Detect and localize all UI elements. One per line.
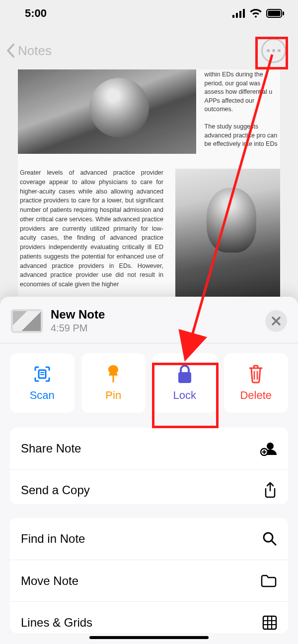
trash-icon xyxy=(247,364,264,384)
quick-actions-row: Scan Pin Lock Delete xyxy=(0,343,298,425)
chevron-left-icon xyxy=(6,43,16,58)
lock-icon xyxy=(176,364,193,384)
svg-rect-5 xyxy=(268,11,281,16)
search-icon xyxy=(262,531,277,546)
lines-grids-item[interactable]: Lines & Grids xyxy=(10,601,288,633)
svg-rect-1 xyxy=(236,13,238,18)
svg-rect-0 xyxy=(232,15,234,18)
send-copy-item[interactable]: Send a Copy xyxy=(10,469,288,504)
scanned-text-bottom-left: Greater levels of advanced practice prov… xyxy=(18,166,167,289)
find-in-note-item[interactable]: Find in Note xyxy=(10,518,288,560)
scan-button[interactable]: Scan xyxy=(10,353,74,413)
sheet-title: New Note xyxy=(51,308,257,322)
sheet-header: New Note 4:59 PM xyxy=(0,297,298,343)
pin-button[interactable]: Pin xyxy=(81,353,146,413)
back-button[interactable]: Notes xyxy=(6,43,52,59)
svg-line-19 xyxy=(272,541,276,545)
ellipsis-dot-icon xyxy=(267,49,270,52)
home-indicator[interactable] xyxy=(89,636,209,639)
move-label: Move Note xyxy=(21,574,78,588)
grid-icon xyxy=(262,615,277,630)
pin-label: Pin xyxy=(105,389,121,402)
lock-button[interactable]: Lock xyxy=(152,353,217,413)
battery-icon xyxy=(266,9,284,18)
send-copy-label: Send a Copy xyxy=(21,483,90,497)
pin-icon xyxy=(104,364,122,384)
close-icon xyxy=(271,316,281,326)
sheet-timestamp: 4:59 PM xyxy=(51,322,257,334)
status-time: 5:00 xyxy=(25,7,47,20)
folder-icon xyxy=(260,574,277,588)
list-group-share: Share Note Send a Copy xyxy=(10,428,288,504)
svg-rect-6 xyxy=(283,11,284,15)
action-sheet: New Note 4:59 PM Scan Pin Lock Delete Sh… xyxy=(0,297,298,644)
move-note-item[interactable]: Move Note xyxy=(10,560,288,601)
share-note-item[interactable]: Share Note xyxy=(10,428,288,469)
share-note-label: Share Note xyxy=(21,442,81,455)
scanned-photo-top xyxy=(18,69,196,154)
delete-label: Delete xyxy=(240,389,272,402)
svg-rect-10 xyxy=(113,376,114,383)
share-up-icon xyxy=(263,482,277,499)
scanned-photo-bottom xyxy=(175,169,280,298)
share-people-icon xyxy=(260,441,277,456)
lines-grids-label: Lines & Grids xyxy=(21,616,92,630)
back-label: Notes xyxy=(18,43,52,59)
close-sheet-button[interactable] xyxy=(265,310,287,332)
ellipsis-dot-icon xyxy=(278,49,281,52)
more-options-button[interactable] xyxy=(261,38,286,63)
delete-button[interactable]: Delete xyxy=(224,353,289,413)
status-bar: 5:00 xyxy=(0,0,298,27)
find-label: Find in Note xyxy=(21,532,85,546)
svg-point-14 xyxy=(267,443,274,450)
svg-rect-3 xyxy=(243,9,245,18)
scan-icon xyxy=(32,364,52,384)
cellular-icon xyxy=(232,9,245,18)
svg-rect-11 xyxy=(178,372,191,383)
sheet-title-wrap: New Note 4:59 PM xyxy=(51,308,257,334)
svg-rect-20 xyxy=(263,616,276,629)
wifi-icon xyxy=(249,8,262,18)
lock-label: Lock xyxy=(173,389,196,402)
ellipsis-dot-icon xyxy=(272,49,275,52)
svg-rect-2 xyxy=(239,11,241,18)
scan-label: Scan xyxy=(30,389,55,402)
list-group-edit: Find in Note Move Note Lines & Grids xyxy=(10,518,288,633)
note-thumbnail xyxy=(11,309,43,333)
nav-bar: Notes xyxy=(0,36,298,65)
scanned-text-top-right: within EDs during the period, our goal w… xyxy=(202,69,280,149)
status-indicators xyxy=(232,8,284,18)
